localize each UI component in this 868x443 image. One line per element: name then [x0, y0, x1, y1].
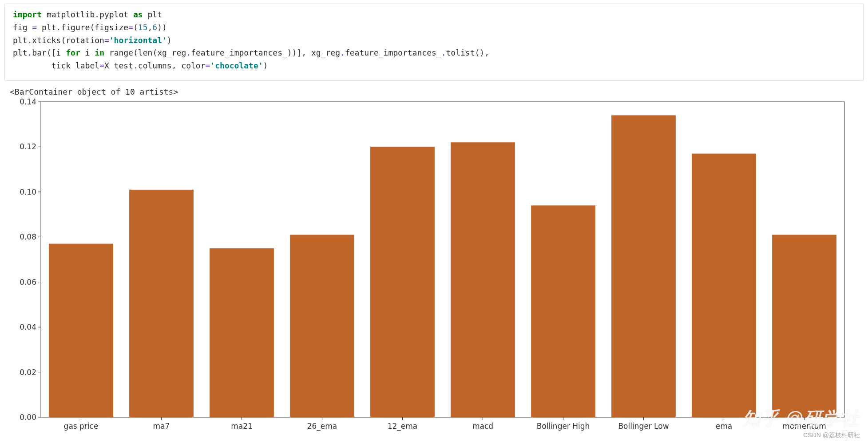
xtick-label: Bollinger High	[537, 422, 590, 431]
op-eq: =	[32, 23, 37, 32]
ytick-label: 0.02	[20, 368, 36, 377]
kw-rotation: rotation	[66, 36, 104, 45]
xtick-label: 26_ema	[307, 422, 337, 431]
bar	[290, 235, 354, 417]
bar	[772, 235, 836, 417]
ytick-label: 0.08	[20, 232, 36, 241]
ytick-label: 0.04	[20, 323, 36, 331]
kw-ticklabel: tick_label	[52, 61, 99, 70]
xgreg2: xg_reg	[311, 48, 340, 57]
str-horizontal: 'horizontal'	[109, 36, 167, 45]
num-6: 6	[152, 23, 157, 32]
fn-tolist: tolist	[446, 48, 475, 57]
fi1: feature_importances_	[191, 48, 287, 57]
var-fig: fig	[13, 23, 28, 32]
fn-range: range	[109, 48, 133, 57]
output-text: <BarContainer object of 10 artists>	[10, 87, 864, 96]
xtest: X_test	[104, 61, 133, 70]
plt4: plt	[13, 48, 28, 57]
ytick-label: 0.12	[20, 142, 36, 151]
ytick-label: 0.00	[20, 413, 36, 422]
bar	[49, 243, 113, 417]
plt2: plt	[42, 23, 56, 32]
xtick-label: momentum	[782, 422, 826, 431]
xtick-label: ma7	[153, 422, 170, 431]
ytick-label: 0.14	[20, 97, 36, 106]
var-i1: i	[56, 48, 61, 57]
xtick-label: ema	[716, 422, 732, 431]
xtick-label: macd	[472, 422, 493, 431]
chart-container: 0.000.020.040.060.080.100.120.14gas pric…	[10, 97, 864, 435]
bar	[129, 190, 194, 417]
kw-in: in	[95, 48, 104, 57]
fn-len: len	[138, 48, 153, 57]
bar-chart: 0.000.020.040.060.080.100.120.14gas pric…	[10, 97, 853, 435]
plt3: plt	[13, 36, 28, 45]
bar	[370, 147, 435, 417]
cols: columns	[138, 61, 172, 70]
str-chocolate: 'chocolate'	[210, 61, 263, 70]
kw-import: import	[13, 10, 42, 19]
kw-color: color	[181, 61, 205, 70]
bar	[210, 248, 274, 417]
code-cell: import matplotlib.pyplot as plt fig = pl…	[4, 4, 864, 81]
bar	[611, 115, 676, 417]
fn-figure: figure	[61, 23, 90, 32]
alias-plt: plt	[147, 10, 162, 19]
xtick-label: 12_ema	[388, 422, 418, 431]
kw-figsize: figsize	[95, 23, 128, 32]
kw-for: for	[66, 48, 80, 57]
xgreg1: xg_reg	[157, 48, 186, 57]
ytick-label: 0.06	[20, 278, 36, 287]
xtick-label: Bollinger Low	[618, 422, 669, 431]
fn-xticks: xticks	[32, 36, 61, 45]
xtick-label: gas price	[64, 422, 99, 431]
fn-bar: bar	[32, 48, 47, 57]
ytick-label: 0.10	[20, 188, 36, 196]
var-i2: i	[85, 48, 90, 57]
module-name: matplotlib.pyplot	[47, 10, 128, 19]
kw-as: as	[133, 10, 143, 19]
num-15: 15	[138, 23, 148, 32]
xtick-label: ma21	[231, 422, 253, 431]
bar	[451, 142, 515, 417]
bar	[531, 205, 595, 417]
fi2: feature_importances_	[345, 48, 441, 57]
code-block: import matplotlib.pyplot as plt fig = pl…	[13, 8, 855, 72]
bar	[692, 154, 756, 417]
